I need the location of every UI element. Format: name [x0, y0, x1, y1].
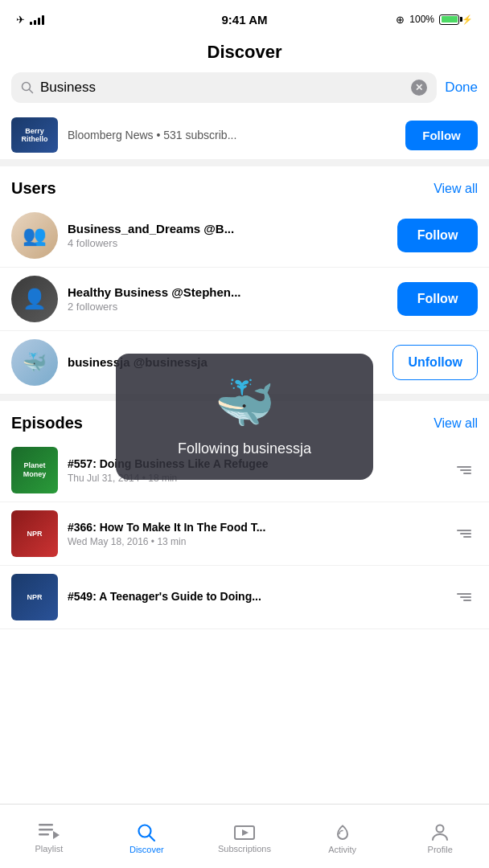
episode-menu-button-3[interactable]	[450, 590, 478, 604]
user-unfollow-button-3[interactable]: Unfollow	[392, 345, 478, 380]
nav-item-subscriptions[interactable]: Subscriptions	[195, 805, 294, 868]
status-time: 9:41 AM	[222, 13, 268, 27]
nav-label-activity: Activity	[328, 845, 356, 854]
svg-rect-3	[39, 829, 53, 831]
nav-label-profile: Profile	[428, 845, 453, 854]
episode-thumb-3: NPR	[11, 574, 58, 620]
overlay-message: Following businessja	[178, 440, 311, 457]
nav-label-discover: Discover	[129, 845, 164, 854]
airplane-icon: ✈	[16, 14, 25, 26]
battery-percent: 100%	[409, 14, 434, 25]
episode-thumb-label-3: NPR	[25, 592, 43, 604]
playlist-icon	[39, 824, 60, 841]
bottom-nav: Playlist Discover Subscriptions Activity…	[0, 804, 489, 868]
user-info-1: Business_and_Dreams @B... 4 followers	[68, 222, 388, 249]
episode-menu-button-2[interactable]	[450, 526, 478, 541]
svg-line-1	[30, 90, 33, 93]
bloomberg-follow-button[interactable]: Follow	[405, 121, 478, 150]
search-icon	[21, 81, 34, 94]
user-row-1: 👥 Business_and_Dreams @B... 4 followers …	[0, 204, 489, 268]
svg-rect-2	[39, 824, 53, 826]
location-icon: ⊕	[396, 14, 405, 26]
episode-title-3: #549: A Teenager's Guide to Doing...	[68, 590, 441, 603]
episodes-view-all-button[interactable]: View all	[434, 416, 478, 431]
user-followers-2: 2 followers	[68, 301, 388, 313]
search-query: Business	[40, 80, 405, 96]
svg-marker-5	[53, 831, 60, 839]
bloomberg-meta: Bloomberg News • 531 subscrib...	[68, 129, 396, 141]
episode-title-2: #366: How To Make It In The Food T...	[68, 521, 441, 534]
bloomberg-item: BerryRithello Bloomberg News • 531 subsc…	[0, 111, 489, 160]
episode-meta-2: Wed May 18, 2016 • 13 min	[68, 536, 441, 547]
avatar-image-2: 👤	[23, 288, 47, 310]
users-view-all-button[interactable]: View all	[434, 182, 478, 196]
episode-row-3: NPR #549: A Teenager's Guide to Doing...	[0, 566, 489, 629]
done-button[interactable]: Done	[445, 80, 478, 96]
svg-rect-4	[39, 833, 49, 836]
avatar-image-1: 👥	[23, 224, 47, 247]
charging-icon: ⚡	[462, 14, 473, 25]
episode-info-3: #549: A Teenager's Guide to Doing...	[68, 590, 441, 605]
svg-line-7	[150, 836, 155, 841]
episode-thumb-2: NPR	[11, 510, 58, 557]
nav-item-playlist[interactable]: Playlist	[0, 805, 98, 868]
user-name-1: Business_and_Dreams @B...	[68, 222, 388, 235]
section-divider-1	[0, 160, 489, 166]
subscriptions-icon	[234, 824, 255, 841]
nav-label-playlist: Playlist	[35, 844, 63, 854]
svg-point-10	[437, 825, 444, 833]
svg-marker-9	[242, 829, 249, 836]
following-overlay: 🐳 Following businessja	[116, 354, 373, 480]
status-right: ⊕ 100% ⚡	[396, 14, 473, 26]
episodes-section-title: Episodes	[11, 414, 83, 432]
episode-info-2: #366: How To Make It In The Food T... We…	[68, 521, 441, 547]
episode-row-2: NPR #366: How To Make It In The Food T..…	[0, 502, 489, 566]
profile-icon	[430, 823, 450, 842]
episode-thumb-1: PlanetMoney	[11, 447, 58, 493]
users-section-header: Users View all	[0, 166, 489, 204]
status-bar: ✈ 9:41 AM ⊕ 100% ⚡	[0, 0, 489, 35]
episode-thumb-label-2: NPR	[25, 528, 43, 540]
avatar-image-3: 🐳	[23, 351, 47, 374]
status-left: ✈	[16, 14, 44, 26]
user-avatar-3: 🐳	[11, 339, 58, 386]
users-section-title: Users	[11, 179, 56, 198]
nav-label-subscriptions: Subscriptions	[218, 844, 271, 854]
battery-icon	[439, 14, 459, 25]
bloomberg-thumb: BerryRithello	[11, 117, 58, 153]
user-avatar-1: 👥	[11, 212, 58, 259]
user-followers-1: 4 followers	[68, 237, 388, 249]
nav-item-profile[interactable]: Profile	[391, 805, 489, 868]
user-follow-button-2[interactable]: Follow	[397, 282, 478, 316]
user-avatar-2: 👤	[11, 276, 58, 322]
user-name-2: Healthy Business @Stephen...	[68, 285, 388, 299]
nav-item-discover[interactable]: Discover	[98, 805, 196, 868]
signal-bars	[30, 14, 44, 25]
user-follow-button-1[interactable]: Follow	[397, 219, 478, 252]
search-bar[interactable]: Business ✕	[11, 72, 437, 103]
search-bar-container: Business ✕ Done	[0, 72, 489, 103]
user-info-2: Healthy Business @Stephen... 2 followers	[68, 285, 388, 313]
nav-item-activity[interactable]: Activity	[294, 805, 392, 868]
search-clear-button[interactable]: ✕	[411, 80, 427, 96]
episode-menu-button-1[interactable]	[450, 463, 478, 477]
episode-thumb-label-1: PlanetMoney	[22, 460, 48, 481]
page-title: Discover	[0, 35, 489, 72]
whale-icon: 🐳	[215, 379, 275, 428]
activity-icon	[332, 823, 353, 842]
battery-container: ⚡	[439, 14, 473, 25]
user-row-2: 👤 Healthy Business @Stephen... 2 followe…	[0, 268, 489, 331]
discover-icon	[137, 823, 156, 842]
